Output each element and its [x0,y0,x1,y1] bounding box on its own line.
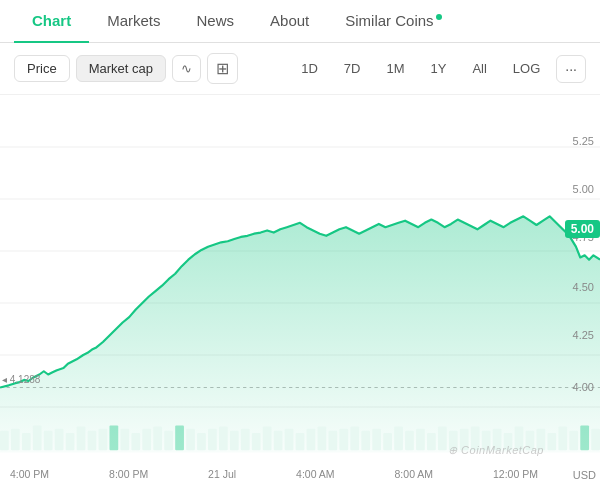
svg-rect-58 [558,427,567,451]
svg-rect-24 [186,429,195,451]
line-chart-icon[interactable]: ∿ [172,55,201,82]
svg-rect-19 [131,433,140,450]
svg-rect-15 [88,431,97,451]
time-1d-button[interactable]: 1D [291,56,328,81]
svg-rect-21 [153,427,162,451]
current-price-badge: 5.00 [565,220,600,238]
svg-rect-17 [109,425,118,450]
svg-rect-7 [0,431,9,451]
price-button[interactable]: Price [14,55,70,82]
candle-chart-icon[interactable]: ⊞ [207,53,238,84]
tab-about[interactable]: About [252,0,327,43]
tab-news[interactable]: News [179,0,253,43]
svg-rect-37 [328,431,337,451]
svg-rect-43 [394,427,403,451]
y-label-400: 4.00 [573,381,594,394]
svg-rect-42 [383,433,392,450]
x-label-4: 8:00 AM [395,468,434,480]
tab-markets[interactable]: Markets [89,0,178,43]
svg-rect-36 [318,427,327,451]
start-price-label: ◂ 4.1288 [2,374,40,385]
x-label-5: 12:00 PM [493,468,538,480]
svg-rect-40 [361,431,370,451]
y-label-525: 5.25 [573,135,594,148]
svg-rect-44 [405,431,414,451]
chart-toolbar: Price Market cap ∿ ⊞ 1D 7D 1M 1Y All LOG… [0,43,600,95]
time-1y-button[interactable]: 1Y [421,56,457,81]
svg-rect-16 [99,429,108,451]
svg-rect-22 [164,431,173,451]
similar-coins-dot [436,14,442,20]
time-1m-button[interactable]: 1M [376,56,414,81]
svg-rect-32 [274,431,283,451]
svg-rect-31 [263,427,272,451]
svg-rect-23 [175,425,184,450]
time-log-button[interactable]: LOG [503,56,550,81]
chart-container: 5.25 5.00 4.75 4.50 4.25 4.00 5.00 ◂ 4.1… [0,95,600,485]
time-7d-button[interactable]: 7D [334,56,371,81]
svg-rect-12 [55,429,64,451]
x-label-2: 21 Jul [208,468,236,480]
more-options-button[interactable]: ··· [556,55,586,83]
tab-chart[interactable]: Chart [14,0,89,43]
svg-rect-10 [33,425,42,450]
tab-bar: Chart Markets News About Similar Coins [0,0,600,43]
svg-rect-14 [77,427,86,451]
svg-rect-13 [66,433,75,450]
time-all-button[interactable]: All [462,56,496,81]
x-axis-labels: 4:00 PM 8:00 PM 21 Jul 4:00 AM 8:00 AM 1… [0,463,548,485]
y-label-425: 4.25 [573,329,594,342]
svg-rect-9 [22,433,31,450]
svg-rect-11 [44,431,53,451]
svg-rect-26 [208,429,217,451]
x-label-0: 4:00 PM [10,468,49,480]
svg-rect-30 [252,433,261,450]
svg-rect-59 [569,431,578,451]
y-label-450: 4.50 [573,281,594,294]
market-cap-button[interactable]: Market cap [76,55,166,82]
svg-rect-46 [427,433,436,450]
svg-rect-47 [438,427,447,451]
svg-rect-45 [416,429,425,451]
svg-rect-39 [350,427,359,451]
svg-rect-34 [296,433,305,450]
svg-rect-60 [580,425,589,450]
svg-rect-29 [241,429,250,451]
svg-rect-8 [11,429,20,451]
usd-label: USD [573,469,596,481]
coinmarketcap-watermark: ⊕ CoinMarketCap [448,444,544,457]
svg-rect-18 [120,429,129,451]
svg-rect-33 [285,429,294,451]
tab-similar-coins[interactable]: Similar Coins [327,0,459,43]
svg-rect-35 [307,429,316,451]
svg-rect-20 [142,429,151,451]
svg-rect-61 [591,429,600,451]
price-chart-svg [0,95,600,485]
svg-rect-27 [219,427,228,451]
svg-rect-41 [372,429,381,451]
x-label-3: 4:00 AM [296,468,335,480]
svg-rect-28 [230,431,239,451]
y-label-500: 5.00 [573,183,594,196]
x-label-1: 8:00 PM [109,468,148,480]
svg-rect-38 [339,429,348,451]
svg-rect-25 [197,433,206,450]
svg-rect-57 [547,433,556,450]
